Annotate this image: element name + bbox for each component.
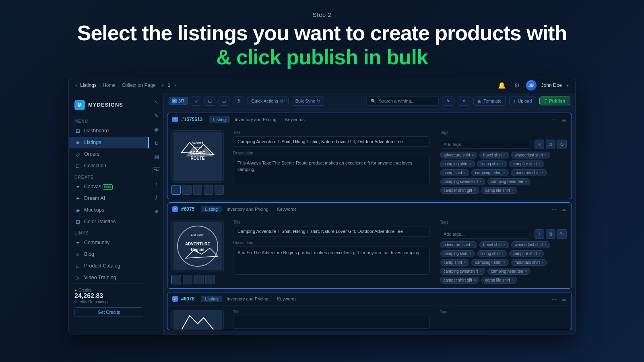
sidebar-item-palettes[interactable]: ⊞ Color Palettes xyxy=(69,216,149,228)
sidebar-item-orders[interactable]: ◇ Orders xyxy=(69,148,149,160)
tool-tm[interactable]: TM xyxy=(151,165,162,176)
notification-btn[interactable]: 🔔 xyxy=(496,80,508,91)
title-input-3[interactable] xyxy=(233,316,430,329)
title-label-3: Title xyxy=(233,310,430,314)
tag-refresh-btn-2[interactable]: ↻ xyxy=(557,229,567,239)
product-image-3 xyxy=(171,310,224,330)
sidebar-item-collection[interactable]: □ Collection xyxy=(69,160,149,172)
tab-keywords-3[interactable]: Keywords xyxy=(273,296,301,302)
listing-menu-1[interactable]: ··· xyxy=(551,116,556,123)
tab-listing-2[interactable]: Listing xyxy=(201,206,222,212)
edit-btn[interactable]: ✎ xyxy=(442,97,454,106)
tag-camping-t-1: camping t-shirt × xyxy=(471,169,509,176)
tag-add-btn-2[interactable]: + xyxy=(535,229,544,239)
tool-eye[interactable]: ◉ xyxy=(151,124,162,135)
filter-btn[interactable]: ▽ xyxy=(191,97,201,106)
tag-copy-btn-1[interactable]: ⧉ xyxy=(546,140,555,149)
nav-collapse[interactable]: « xyxy=(75,83,78,88)
bulk-sync-label: Bulk Sync xyxy=(295,99,315,103)
tag-sweatshirt-1: camping sweatshirt × xyxy=(440,178,485,185)
search-box[interactable]: 🔍 Search anything... xyxy=(366,97,439,106)
tool-link[interactable]: ⊕ xyxy=(151,206,162,217)
tool-pen[interactable]: ✎ xyxy=(151,110,162,121)
desc-label-2: Description xyxy=(233,241,430,245)
desc-textarea-1[interactable]: This Always Take The Scenic Route produc… xyxy=(233,157,430,185)
thumb-1-3[interactable] xyxy=(193,185,202,195)
tag-camper-1: camper shirt gift × xyxy=(440,187,479,194)
sidebar-item-blog[interactable]: ○ Blog xyxy=(69,249,149,260)
tab-keywords-1[interactable]: Keywords xyxy=(281,116,309,123)
quick-actions-btn[interactable]: Quick Actions ⌘/ xyxy=(248,97,288,105)
tag-adventure-1: adventure shirt × xyxy=(440,152,477,158)
sparkle-btn[interactable]: ✦ xyxy=(458,97,470,106)
tab-inventory-1[interactable]: Inventory and Pricing xyxy=(231,116,280,123)
sidebar-item-video-training[interactable]: ▷ Video Training xyxy=(69,272,149,284)
list-btn[interactable]: ⊟ xyxy=(219,97,229,106)
tool-upload[interactable]: ↑ xyxy=(151,179,162,190)
tab-listing-1[interactable]: Listing xyxy=(209,116,230,123)
sidebar-item-listings[interactable]: ≡ Listings xyxy=(69,137,149,148)
selection-count[interactable]: ✓ 3/7 xyxy=(169,97,188,105)
tag-copy-btn-2[interactable]: ⧉ xyxy=(546,229,555,239)
template-btn[interactable]: ⊞ Template xyxy=(473,97,506,106)
sidebar-item-canvas[interactable]: ✦ Canvas beta xyxy=(69,181,149,193)
thumb-1-5[interactable] xyxy=(215,185,224,195)
title-input-1[interactable]: Camping Adventure T-Shirt, Hiking T-shir… xyxy=(233,136,430,147)
listing-tabs-3: Listing Inventory and Pricing Keywords xyxy=(201,296,300,302)
tool-copy[interactable]: ⧉ xyxy=(151,138,162,149)
breadcrumb-home[interactable]: Home xyxy=(103,82,116,88)
next-page-btn[interactable]: › xyxy=(173,82,178,89)
tag-wand-2: wanderlust shirt × xyxy=(511,241,550,248)
header-section: Step 2 Select the listings you want to c… xyxy=(0,0,644,78)
thumb-1-2[interactable] xyxy=(182,185,192,195)
remove-tag-1[interactable]: × xyxy=(472,153,474,157)
tool-share[interactable]: ⤴ xyxy=(151,192,162,204)
tag-add-btn-1[interactable]: + xyxy=(535,140,544,149)
sidebar-item-community[interactable]: ✦ Community xyxy=(69,237,149,249)
sidebar-item-dream[interactable]: ✦ Dream AI xyxy=(69,193,149,204)
blog-icon: ○ xyxy=(74,251,81,257)
tab-inventory-2[interactable]: Inventory and Pricing xyxy=(223,206,272,212)
thumb-2-3[interactable] xyxy=(194,275,204,284)
publish-btn[interactable]: ⤴ Publish xyxy=(539,97,570,105)
thumb-1-4[interactable] xyxy=(204,185,213,195)
tag-refresh-btn-1[interactable]: ↻ xyxy=(557,140,567,149)
thumb-2-1[interactable] xyxy=(171,275,181,284)
sidebar-item-mockups[interactable]: ◈ Mockups xyxy=(69,204,149,216)
thumb-2-2[interactable] xyxy=(183,275,192,284)
prev-page-btn[interactable]: ‹ xyxy=(161,82,165,89)
user-menu-chevron[interactable]: ▾ xyxy=(567,83,569,88)
tab-inventory-3[interactable]: Inventory and Pricing xyxy=(223,296,272,302)
tab-keywords-2[interactable]: Keywords xyxy=(273,206,301,212)
svg-rect-13 xyxy=(173,310,222,330)
tag-campf-2: campfire shirt × xyxy=(509,250,544,257)
listing-checkbox-2[interactable]: ✓ xyxy=(172,206,178,212)
listing-menu-3[interactable]: ··· xyxy=(551,296,556,302)
thumb-1-1[interactable] xyxy=(171,185,181,195)
tool-select[interactable]: ↖ xyxy=(151,97,162,108)
get-credits-btn[interactable]: Get Credits xyxy=(74,307,143,317)
sidebar-item-dashboard[interactable]: ⊞ Dashboard xyxy=(69,125,149,137)
listing-menu-2[interactable]: ··· xyxy=(551,206,556,212)
breadcrumb-collection[interactable]: Collection Page xyxy=(122,82,156,88)
logo-area: M MYDESIGNS xyxy=(69,98,149,116)
listing-checkbox-3[interactable]: ✓ xyxy=(172,296,178,302)
bulk-sync-btn[interactable]: Bulk Sync ↻ xyxy=(292,97,324,106)
listings-container[interactable]: ✓ #1575513 Listing Inventory and Pricing… xyxy=(164,109,575,335)
tab-listing-3[interactable]: Listing xyxy=(201,296,222,302)
thumb-2-4[interactable] xyxy=(205,275,215,284)
title-input-2[interactable]: Camping Adventure T-Shirt, Hiking T-shir… xyxy=(233,226,430,237)
desc-textarea-2[interactable]: And So The Adventure Begins product make… xyxy=(233,247,430,275)
select-all-checkbox[interactable]: ✓ xyxy=(172,99,177,103)
listing-checkbox-1[interactable]: ✓ xyxy=(172,117,178,122)
clock-btn[interactable]: ⏱ xyxy=(233,97,244,105)
tag-input-1[interactable] xyxy=(440,140,530,149)
sidebar-item-product-catalog[interactable]: □ Product Catalog xyxy=(69,260,149,272)
upload-btn[interactable]: ↑ Upload xyxy=(509,97,536,105)
main-heading: Select the listings you want to create p… xyxy=(0,21,644,70)
settings-btn[interactable]: ⚙ xyxy=(512,80,521,91)
heading-line2: & click publish in bulk xyxy=(216,45,428,69)
grid-btn[interactable]: ⊞ xyxy=(204,97,215,106)
tool-layers[interactable]: ▤ xyxy=(151,151,162,162)
tag-input-2[interactable] xyxy=(440,230,530,239)
